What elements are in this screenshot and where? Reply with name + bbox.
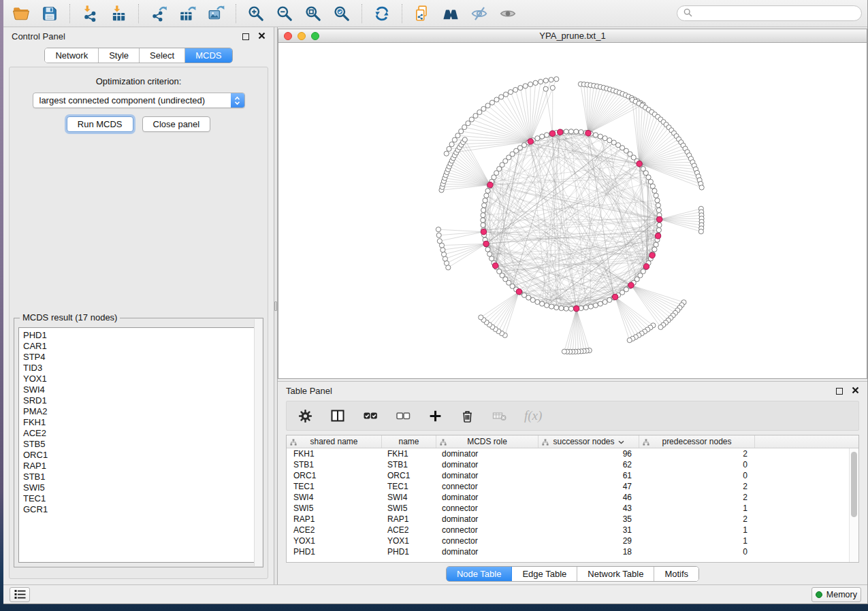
cell-name[interactable]: YOX1 bbox=[382, 535, 436, 546]
cell-successor-nodes[interactable]: 47 bbox=[539, 481, 639, 492]
result-list-scrollbar[interactable] bbox=[254, 319, 262, 566]
table-tab-network-table[interactable]: Network Table bbox=[577, 567, 654, 581]
minimize-window-traffic-light[interactable] bbox=[298, 32, 306, 40]
table-row[interactable]: RAP1RAP1dominator352 bbox=[287, 514, 858, 525]
table-row[interactable]: FKH1FKH1dominator962 bbox=[287, 448, 858, 459]
mcds-result-item[interactable]: SWI4 bbox=[23, 384, 258, 395]
export-table-icon[interactable] bbox=[175, 3, 199, 24]
cell-shared-name[interactable]: STB1 bbox=[287, 459, 382, 470]
column-header-shared-name[interactable]: shared name bbox=[287, 435, 382, 448]
cell-shared-name[interactable]: RAP1 bbox=[287, 514, 382, 525]
delete-columns-trash-icon[interactable] bbox=[460, 408, 475, 424]
memory-button[interactable]: Memory bbox=[811, 587, 861, 602]
zoom-fit-icon[interactable] bbox=[301, 3, 325, 24]
close-panel-icon[interactable] bbox=[258, 31, 266, 42]
search-network-binoculars-icon[interactable] bbox=[438, 3, 463, 24]
close-window-traffic-light[interactable] bbox=[284, 32, 292, 40]
mcds-result-item[interactable]: TID3 bbox=[23, 363, 258, 374]
tab-style[interactable]: Style bbox=[99, 48, 140, 63]
cell-shared-name[interactable]: TEC1 bbox=[287, 481, 382, 492]
table-row[interactable]: TEC1TEC1connector472 bbox=[287, 481, 858, 492]
show-all-eye-icon[interactable] bbox=[496, 3, 520, 24]
cell-shared-name[interactable]: YOX1 bbox=[287, 535, 382, 546]
cell-name[interactable]: ACE2 bbox=[382, 525, 436, 535]
cell-name[interactable]: FKH1 bbox=[382, 448, 436, 459]
zoom-out-icon[interactable] bbox=[272, 3, 297, 24]
vertical-splitter[interactable] bbox=[274, 27, 278, 584]
mcds-result-item[interactable]: TEC1 bbox=[23, 493, 258, 504]
mcds-result-list[interactable]: PHD1CAR1STP4TID3YOX1SWI4SRD1PMA2FKH1ACE2… bbox=[18, 327, 259, 563]
cell-predecessor-nodes[interactable]: 0 bbox=[639, 470, 755, 481]
cell-name[interactable]: STB1 bbox=[382, 459, 436, 470]
mcds-result-item[interactable]: STB5 bbox=[23, 439, 258, 450]
cell-predecessor-nodes[interactable]: 1 bbox=[639, 525, 755, 535]
table-scrollbar[interactable] bbox=[849, 448, 858, 562]
cell-mcds-role[interactable]: dominator bbox=[436, 492, 539, 503]
splitter-handle[interactable] bbox=[274, 301, 277, 311]
cell-mcds-role[interactable]: dominator bbox=[436, 546, 539, 557]
mcds-result-item[interactable]: STB1 bbox=[23, 472, 258, 482]
mcds-result-item[interactable]: ORC1 bbox=[23, 450, 258, 461]
run-mcds-button[interactable]: Run MCDS bbox=[67, 116, 133, 132]
column-header-predecessor-nodes[interactable]: predecessor nodes bbox=[639, 435, 755, 448]
cell-mcds-role[interactable]: connector bbox=[436, 535, 539, 546]
cell-shared-name[interactable]: SWI4 bbox=[287, 492, 382, 503]
create-new-column-plus-icon[interactable] bbox=[428, 408, 443, 424]
export-network-icon[interactable] bbox=[146, 3, 171, 24]
refresh-layout-icon[interactable] bbox=[370, 3, 394, 24]
table-row[interactable]: PHD1PHD1dominator180 bbox=[287, 546, 858, 557]
column-header-mcds-role[interactable]: MCDS role bbox=[436, 435, 539, 448]
import-table-icon[interactable] bbox=[106, 3, 131, 24]
cell-predecessor-nodes[interactable]: 1 bbox=[639, 535, 755, 546]
cell-name[interactable]: ORC1 bbox=[382, 470, 436, 481]
mcds-result-item[interactable]: PHD1 bbox=[23, 330, 258, 341]
cell-mcds-role[interactable]: dominator bbox=[436, 459, 539, 470]
cell-successor-nodes[interactable]: 46 bbox=[539, 492, 639, 503]
cell-name[interactable]: SWI5 bbox=[382, 503, 436, 514]
table-row[interactable]: STB1STB1dominator620 bbox=[287, 459, 858, 470]
table-row[interactable]: SWI4SWI4dominator462 bbox=[287, 492, 858, 503]
float-panel-icon[interactable] bbox=[242, 33, 249, 40]
zoom-selected-icon[interactable] bbox=[329, 3, 354, 24]
cell-mcds-role[interactable]: dominator bbox=[436, 514, 539, 525]
cell-successor-nodes[interactable]: 62 bbox=[539, 459, 639, 470]
mcds-result-item[interactable]: RAP1 bbox=[23, 461, 258, 472]
cell-predecessor-nodes[interactable]: 2 bbox=[639, 448, 755, 459]
cell-successor-nodes[interactable]: 43 bbox=[539, 503, 639, 514]
table-row[interactable]: ORC1ORC1dominator610 bbox=[287, 470, 858, 481]
select-all-columns-icon[interactable] bbox=[362, 408, 379, 424]
cell-shared-name[interactable]: FKH1 bbox=[287, 448, 382, 459]
mcds-result-item[interactable]: FKH1 bbox=[23, 417, 258, 428]
show-panels-list-button[interactable] bbox=[10, 587, 30, 602]
cell-predecessor-nodes[interactable]: 2 bbox=[639, 481, 755, 492]
table-tab-node-table[interactable]: Node Table bbox=[447, 567, 513, 581]
cell-predecessor-nodes[interactable]: 2 bbox=[639, 492, 755, 503]
tab-mcds[interactable]: MCDS bbox=[185, 48, 231, 63]
maximize-window-traffic-light[interactable] bbox=[311, 32, 319, 40]
deselect-all-columns-icon[interactable] bbox=[395, 408, 411, 424]
network-graph[interactable] bbox=[278, 43, 867, 378]
open-session-icon[interactable] bbox=[9, 3, 33, 24]
mcds-result-item[interactable]: GCR1 bbox=[23, 504, 258, 515]
cell-mcds-role[interactable]: dominator bbox=[436, 448, 539, 459]
cell-name[interactable]: SWI4 bbox=[382, 492, 436, 503]
cell-successor-nodes[interactable]: 35 bbox=[539, 514, 639, 525]
cell-successor-nodes[interactable]: 29 bbox=[539, 535, 639, 546]
import-network-icon[interactable] bbox=[78, 3, 102, 24]
cell-shared-name[interactable]: PHD1 bbox=[287, 546, 382, 557]
close-table-panel-icon[interactable] bbox=[852, 386, 859, 396]
clone-network-icon[interactable] bbox=[410, 3, 434, 24]
table-options-gear-icon[interactable] bbox=[298, 408, 313, 424]
table-row[interactable]: ACE2ACE2connector311 bbox=[287, 525, 858, 535]
optimization-criterion-select[interactable]: largest connected component (undirected) bbox=[33, 93, 245, 108]
mcds-result-item[interactable]: YOX1 bbox=[23, 374, 258, 384]
cell-mcds-role[interactable]: connector bbox=[436, 525, 539, 535]
cell-mcds-role[interactable]: connector bbox=[436, 503, 539, 514]
cell-mcds-role[interactable]: connector bbox=[436, 481, 539, 492]
float-table-panel-icon[interactable] bbox=[836, 388, 843, 395]
cell-successor-nodes[interactable]: 31 bbox=[539, 525, 639, 535]
mcds-result-item[interactable]: STP4 bbox=[23, 352, 258, 363]
mcds-result-item[interactable]: ACE2 bbox=[23, 428, 258, 439]
cell-successor-nodes[interactable]: 61 bbox=[539, 470, 639, 481]
mcds-result-item[interactable]: PMA2 bbox=[23, 406, 258, 417]
